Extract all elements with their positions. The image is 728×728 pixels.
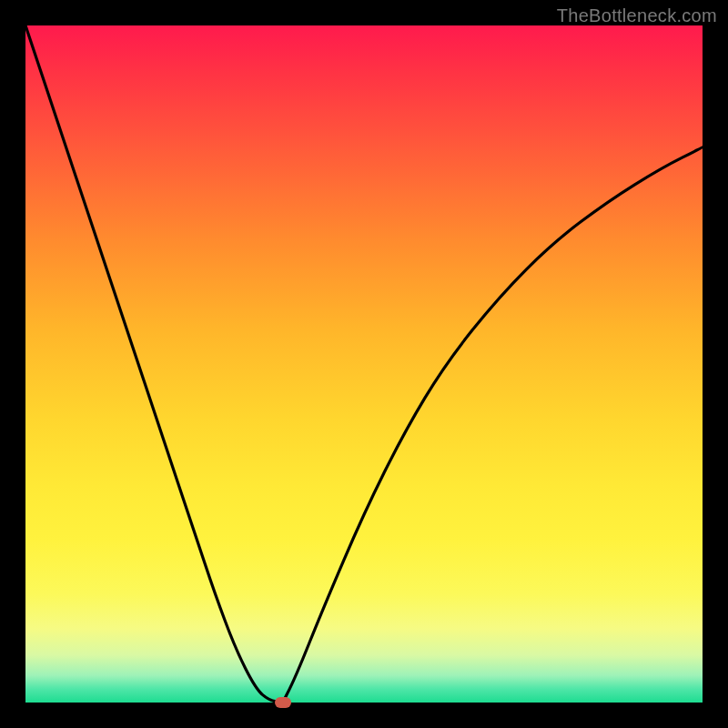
curve-svg xyxy=(25,25,703,703)
curve-left xyxy=(25,25,283,703)
chart-frame: TheBottleneck.com xyxy=(0,0,728,728)
optimum-marker xyxy=(275,697,291,708)
curve-right xyxy=(283,147,703,703)
watermark-text: TheBottleneck.com xyxy=(557,5,717,26)
plot-area xyxy=(25,25,703,703)
